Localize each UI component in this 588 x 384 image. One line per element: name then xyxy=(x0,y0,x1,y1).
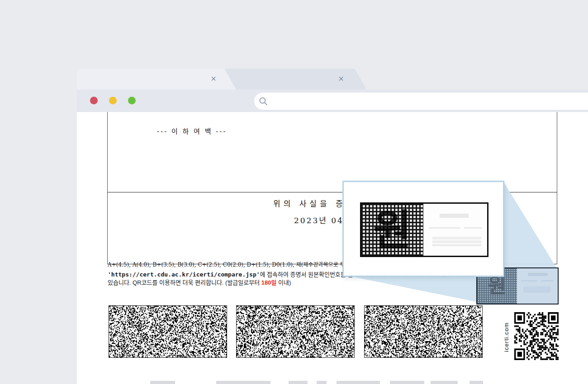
window-maximize-button[interactable] xyxy=(128,97,136,104)
verification-line2: 있습니다. QR코드를 이용하면 더욱 편리합니다. (발급일로부터 180일 … xyxy=(108,279,459,287)
end-of-content-marker: --- 이 하 여 백 --- xyxy=(157,126,227,136)
cropped-footer-text xyxy=(431,381,458,384)
window-minimize-button[interactable] xyxy=(109,97,117,104)
browser-toolbar xyxy=(77,89,588,112)
cropped-footer-text xyxy=(337,381,380,384)
watermark-char: 원 xyxy=(373,209,412,251)
qr-caption: icerti.com xyxy=(503,313,510,361)
validity-days: 180일 xyxy=(261,279,277,286)
watermark-ghost-right xyxy=(517,268,558,304)
cropped-footer-text xyxy=(150,381,175,384)
verification-url: 'https://cert.cdu.ac.kr/icerti/compare.j… xyxy=(108,271,260,278)
doc-border-right xyxy=(557,112,557,264)
watermark-zoomed: 원 xyxy=(360,202,488,257)
qr-code xyxy=(513,311,560,363)
window-close-button[interactable] xyxy=(90,97,98,104)
browser-tab-active[interactable]: × xyxy=(77,69,236,89)
search-icon xyxy=(259,97,268,106)
anticopy-noise xyxy=(237,306,354,357)
anticopy-pattern-block xyxy=(236,305,355,358)
screenshot-root: × × --- 이 하 여 백 --- 위의 사실을 증명합니다. 2023년 … xyxy=(0,0,588,384)
address-bar-input[interactable] xyxy=(254,93,588,110)
anticopy-noise xyxy=(365,306,482,357)
anticopy-noise xyxy=(109,306,227,357)
close-icon[interactable]: × xyxy=(211,73,216,84)
close-icon[interactable]: × xyxy=(338,73,344,84)
cropped-footer-text xyxy=(317,381,327,384)
watermark-halftone-left: 원 xyxy=(361,204,423,256)
doc-border-left xyxy=(107,112,108,264)
cropped-footer-text xyxy=(390,381,424,384)
watermark-char: 원 xyxy=(488,276,506,296)
magnifier-zoom-box: 원 xyxy=(342,181,504,277)
anticopy-pattern-block xyxy=(109,305,227,358)
anticopy-pattern-block xyxy=(364,305,483,358)
cropped-footer-text xyxy=(289,381,308,384)
cropped-footer-text xyxy=(469,381,483,384)
watermark-ghost-right xyxy=(423,204,487,256)
cropped-footer-text xyxy=(216,381,270,384)
qr-code-canvas xyxy=(514,312,559,360)
